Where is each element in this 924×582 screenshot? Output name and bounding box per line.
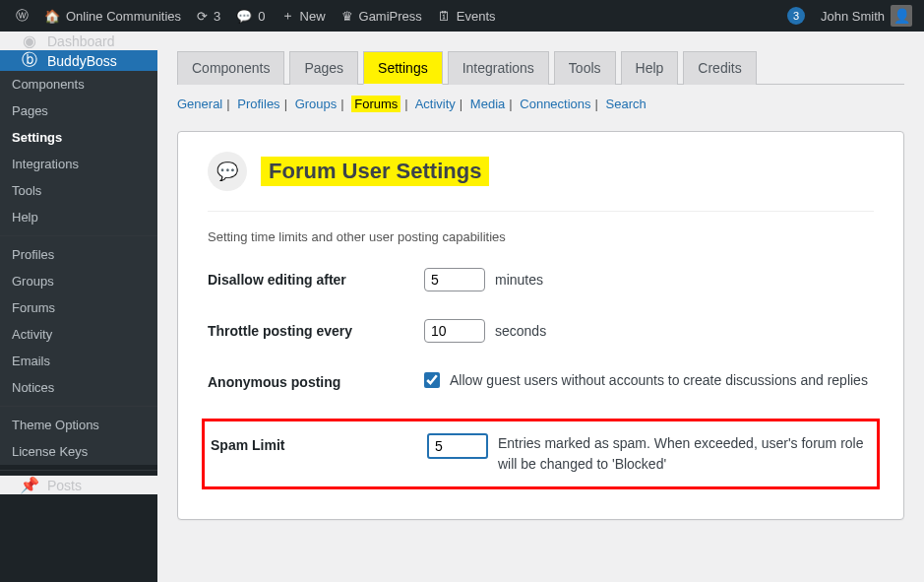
pin-icon: 📌 — [20, 476, 39, 494]
subtab-media[interactable]: Media — [470, 97, 505, 111]
refresh-link[interactable]: ⟳3 — [189, 0, 228, 32]
panel-title: Forum User Settings — [261, 157, 489, 186]
settings-panel: 💬 Forum User Settings Setting time limit… — [177, 131, 904, 520]
tab-help[interactable]: Help — [621, 51, 679, 85]
sidebar-sub-components[interactable]: Components — [0, 71, 157, 97]
spam-limit-input[interactable] — [427, 433, 488, 459]
gamipress-link[interactable]: ♛GamiPress — [334, 0, 430, 32]
sidebar-sub-forums[interactable]: Forums — [0, 294, 157, 321]
sidebar-sub-notices[interactable]: Notices — [0, 374, 157, 401]
sub-nav: General| Profiles| Groups| Forums| Activ… — [177, 97, 904, 111]
sidebar-sub-theme-options[interactable]: Theme Options — [0, 412, 157, 438]
sidebar-item-dashboard[interactable]: ◉Dashboard — [0, 32, 157, 50]
anonymous-posting-checkbox[interactable] — [424, 372, 440, 388]
new-link[interactable]: ＋New — [274, 0, 334, 32]
sidebar-item-posts[interactable]: 📌Posts — [0, 476, 157, 494]
wp-logo[interactable]: ⓦ — [8, 0, 36, 32]
sidebar-sub-tools[interactable]: Tools — [0, 177, 157, 204]
disallow-editing-unit: minutes — [495, 272, 543, 288]
sidebar-sub-integrations[interactable]: Integrations — [0, 151, 157, 177]
site-link[interactable]: 🏠Online Communities — [36, 0, 189, 32]
notification-badge[interactable]: 3 — [787, 7, 805, 25]
panel-description: Setting time limits and other user posti… — [208, 229, 874, 244]
avatar: 👤 — [891, 5, 912, 27]
disallow-editing-label: Disallow editing after — [208, 268, 424, 288]
sidebar-sub-groups[interactable]: Groups — [0, 268, 157, 294]
throttle-label: Throttle posting every — [208, 319, 424, 339]
throttle-unit: seconds — [495, 323, 546, 339]
refresh-icon: ⟳ — [197, 9, 208, 24]
nav-tabs: Components Pages Settings Integrations T… — [177, 51, 904, 85]
sidebar-sub-activity[interactable]: Activity — [0, 321, 157, 348]
calendar-icon: 🗓 — [438, 9, 451, 24]
user-name: John Smith — [821, 9, 885, 24]
anonymous-posting-label: Anonymous posting — [208, 370, 424, 390]
tab-credits[interactable]: Credits — [683, 51, 756, 85]
admin-sidebar: ◉Dashboard ⓑBuddyBoss Components Pages S… — [0, 32, 157, 582]
subtab-profiles[interactable]: Profiles — [237, 97, 279, 111]
sidebar-sub-emails[interactable]: Emails — [0, 348, 157, 374]
subtab-activity[interactable]: Activity — [415, 97, 456, 111]
site-name: Online Communities — [66, 9, 181, 24]
plus-icon: ＋ — [281, 7, 294, 25]
admin-bar: ⓦ 🏠Online Communities ⟳3 💬0 ＋New ♛GamiPr… — [0, 0, 924, 32]
subtab-groups[interactable]: Groups — [295, 97, 338, 111]
crown-icon: ♛ — [341, 9, 353, 24]
tab-settings[interactable]: Settings — [363, 51, 443, 85]
sidebar-sub-license-keys[interactable]: License Keys — [0, 438, 157, 465]
subtab-search[interactable]: Search — [606, 97, 647, 111]
user-menu[interactable]: John Smith 👤 — [813, 0, 916, 32]
spam-limit-text: Entries marked as spam. When exceeded, u… — [498, 433, 865, 475]
events-link[interactable]: 🗓Events — [430, 0, 504, 32]
comments-link[interactable]: 💬0 — [228, 0, 273, 32]
sidebar-sub-settings[interactable]: Settings — [0, 124, 157, 151]
home-icon: 🏠 — [44, 9, 60, 24]
wordpress-icon: ⓦ — [16, 7, 29, 25]
sidebar-sub-profiles[interactable]: Profiles — [0, 241, 157, 268]
dashboard-icon: ◉ — [20, 32, 39, 50]
buddyboss-icon: ⓑ — [20, 50, 39, 71]
tab-integrations[interactable]: Integrations — [448, 51, 549, 85]
sidebar-submenu: Components Pages Settings Integrations T… — [0, 71, 157, 465]
throttle-input[interactable] — [424, 319, 485, 343]
sidebar-sub-pages[interactable]: Pages — [0, 97, 157, 124]
sidebar-sub-help[interactable]: Help — [0, 204, 157, 230]
anonymous-posting-text: Allow guest users without accounts to cr… — [450, 370, 868, 391]
subtab-general[interactable]: General — [177, 97, 222, 111]
comment-icon: 💬 — [236, 9, 252, 24]
spam-limit-row: Spam Limit Entries marked as spam. When … — [202, 419, 880, 489]
subtab-connections[interactable]: Connections — [520, 97, 590, 111]
main-content: Components Pages Settings Integrations T… — [157, 32, 924, 582]
tab-components[interactable]: Components — [177, 51, 284, 85]
sidebar-item-buddyboss[interactable]: ⓑBuddyBoss — [0, 50, 157, 71]
chat-icon: 💬 — [208, 152, 247, 191]
tab-pages[interactable]: Pages — [289, 51, 358, 85]
subtab-forums[interactable]: Forums — [351, 96, 400, 112]
disallow-editing-input[interactable] — [424, 268, 485, 291]
spam-limit-label: Spam Limit — [211, 433, 427, 453]
tab-tools[interactable]: Tools — [554, 51, 616, 85]
